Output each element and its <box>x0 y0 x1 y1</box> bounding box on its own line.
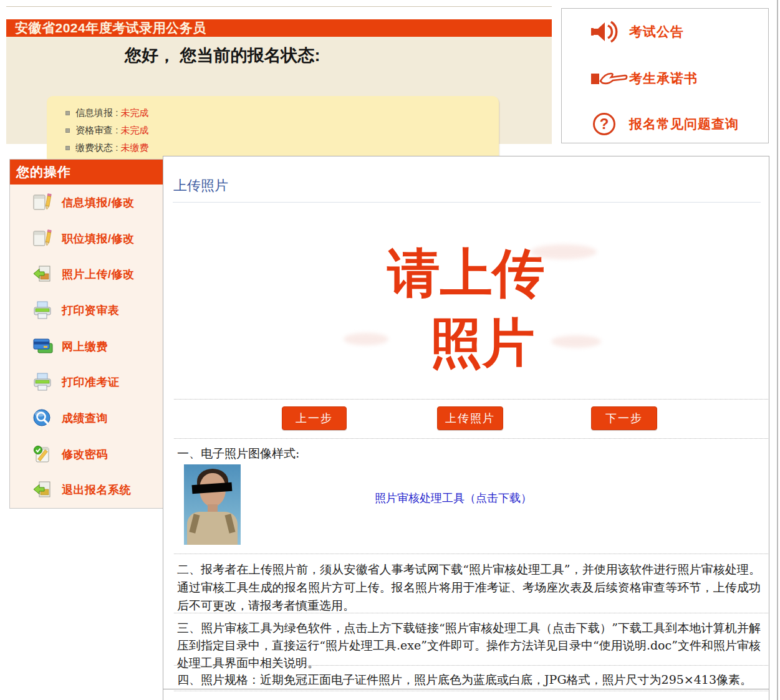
square-bullet-icon <box>65 146 70 150</box>
square-bullet-icon <box>65 128 70 133</box>
page-root: 安徽省2024年度考试录用公务员 您好， 您当前的报名状态: 信息填报 : 未完… <box>0 0 780 700</box>
photo-tool-download-link[interactable]: 照片审核处理工具（点击下载） <box>375 491 532 506</box>
sidebar-item-label: 打印资审表 <box>62 303 120 318</box>
status-label: 资格审查 <box>75 122 113 139</box>
sidebar-item-label: 信息填报/修改 <box>62 195 135 210</box>
dotted-divider <box>174 691 768 691</box>
sidebar-item-change-password[interactable]: 修改密码 <box>10 436 163 472</box>
placeholder-text-line1: 请上传 <box>163 241 769 305</box>
dotted-divider <box>174 554 768 554</box>
sidebar-item-print-review-form[interactable]: 打印资审表 <box>10 292 163 328</box>
speaker-icon <box>590 19 629 44</box>
dotted-divider <box>174 399 768 400</box>
sidebar-item-label: 职位填报/修改 <box>62 231 135 246</box>
printer-icon <box>32 300 54 320</box>
sidebar-item-info-edit[interactable]: 信息填报/修改 <box>10 185 163 221</box>
question-circle-icon: ? <box>590 113 629 135</box>
quick-link-label: 考生承诺书 <box>629 70 698 87</box>
status-row-info: 信息填报 : 未完成 <box>65 104 499 122</box>
notepad-check-icon <box>32 444 54 464</box>
sidebar: 您的操作 信息填报/修改 <box>9 159 163 509</box>
question-glyph: ? <box>593 113 615 135</box>
page-title: 安徽省2024年度考试录用公务员 <box>6 19 552 37</box>
photo-artifact <box>531 244 597 259</box>
bottom-divider <box>163 689 769 689</box>
sidebar-item-online-payment[interactable]: 网上缴费 <box>10 328 163 365</box>
photo-censor-bar <box>192 482 233 494</box>
dotted-divider <box>174 665 768 666</box>
quick-links-panel: 考试公告 考生承诺书 ? 报名常见问题查询 <box>561 8 769 143</box>
status-row-payment: 缴费状态 : 未缴费 <box>65 139 499 156</box>
next-step-button[interactable]: 下一步 <box>591 406 657 430</box>
upload-photo-button[interactable]: 上传照片 <box>437 406 503 430</box>
placeholder-text-line2: 照片 <box>180 310 780 375</box>
title-divider <box>173 202 761 203</box>
status-value: 未完成 <box>121 104 149 122</box>
bank-cards-icon <box>32 337 54 357</box>
doc-pencil-icon <box>32 193 54 213</box>
dotted-divider <box>174 613 768 613</box>
prev-step-button[interactable]: 上一步 <box>282 406 347 430</box>
exit-arrow-icon <box>32 480 54 500</box>
doc-pencil-icon <box>32 229 54 249</box>
main-panel: 上传照片 请上传 照片 上一步 上传照片 下一步 一、电子照片图像样式: 照片审… <box>163 156 769 700</box>
section3-text: 三、照片审核工具为绿色软件，点击上方下载链接“照片审核处理工具（点击下载）”下载… <box>177 619 761 671</box>
status-value: 未完成 <box>121 122 149 139</box>
sidebar-item-label: 成绩查询 <box>62 411 108 426</box>
sidebar-item-print-admission-ticket[interactable]: 打印准考证 <box>10 364 163 400</box>
sidebar-item-score-query[interactable]: 成绩查询 <box>10 400 163 436</box>
sidebar-item-label: 修改密码 <box>62 447 108 462</box>
status-separator: : <box>113 122 121 139</box>
section1-title: 一、电子照片图像样式: <box>177 446 299 462</box>
sidebar-item-label: 网上缴费 <box>62 339 108 354</box>
sidebar-item-label: 打印准考证 <box>62 375 120 390</box>
section4-text: 四、照片规格：近期免冠正面电子证件照片，照片底色为蓝底或白底，JPG格式，照片尺… <box>177 671 761 688</box>
quick-link-label: 考试公告 <box>629 23 684 41</box>
upload-photo-title: 上传照片 <box>173 176 228 195</box>
quick-link-label: 报名常见问题查询 <box>629 115 739 133</box>
pointing-hand-icon <box>590 68 629 89</box>
sidebar-header: 您的操作 <box>10 160 163 185</box>
sidebar-item-photo-upload[interactable]: 照片上传/修改 <box>10 256 163 292</box>
dotted-divider <box>174 438 768 439</box>
status-separator: : <box>113 139 121 156</box>
status-row-review: 资格审查 : 未完成 <box>65 122 499 139</box>
quick-link-candidate-pledge[interactable]: 考生承诺书 <box>562 63 768 94</box>
section2-text: 二、报考者在上传照片前，须从安徽省人事考试网下载“照片审核处理工具”，并使用该软… <box>177 560 761 615</box>
sidebar-item-label: 照片上传/修改 <box>62 267 135 282</box>
status-label: 缴费状态 <box>75 139 113 156</box>
sidebar-item-label: 退出报名系统 <box>62 482 131 497</box>
printer-icon <box>32 372 54 392</box>
status-body: 您好， 您当前的报名状态: 信息填报 : 未完成 资格审查 : 未完成 缴费状态 <box>6 37 552 144</box>
status-label: 信息填报 <box>75 104 113 122</box>
photo-placeholder: 请上传 照片 <box>163 241 769 400</box>
quick-link-faq[interactable]: ? 报名常见问题查询 <box>562 108 768 140</box>
photo-arrow-icon <box>32 264 54 284</box>
status-section: 安徽省2024年度考试录用公务员 您好， 您当前的报名状态: 信息填报 : 未完… <box>6 6 552 143</box>
greeting-text: 您好， 您当前的报名状态: <box>6 37 552 67</box>
square-bullet-icon <box>65 111 70 115</box>
sidebar-item-exit-system[interactable]: 退出报名系统 <box>10 472 163 509</box>
status-value: 未缴费 <box>121 139 149 156</box>
sample-id-photo <box>184 464 241 545</box>
status-box: 信息填报 : 未完成 资格审查 : 未完成 缴费状态 : 未缴费 <box>47 96 499 163</box>
magnifier-icon <box>32 408 54 428</box>
sidebar-item-position-edit[interactable]: 职位填报/修改 <box>10 221 163 257</box>
status-separator: : <box>113 104 121 122</box>
quick-link-exam-announcement[interactable]: 考试公告 <box>562 16 768 47</box>
